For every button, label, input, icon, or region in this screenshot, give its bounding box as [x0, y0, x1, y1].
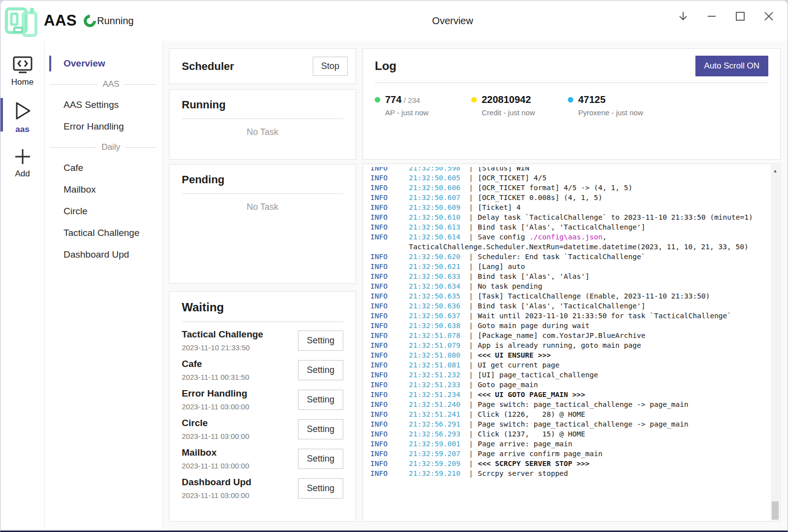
log-scrollbar[interactable]: ▲ [771, 165, 780, 521]
waiting-task-info: Tactical Challenge 2023-11-10 21:33:50 [182, 329, 263, 352]
log-level: INFO [370, 193, 409, 202]
log-timestamp: 21:32:50.614 [409, 232, 469, 242]
log-separator: | [469, 183, 478, 193]
log-line: INFO21:32:59.210|Scrcpy server stopped [370, 468, 766, 478]
hide-window-button[interactable] [673, 7, 693, 25]
log-line: INFO21:32:51.081|UI get current page [370, 360, 766, 370]
log-line: INFO21:32:59.209|<<< SCRCPY SERVER STOP … [370, 459, 766, 468]
log-timestamp: 21:32:50.609 [409, 202, 469, 212]
log-separator: | [469, 281, 478, 291]
log-separator: | [469, 321, 478, 331]
log-timestamp: 21:32:56.293 [409, 429, 469, 439]
nav-item-tactical-challenge[interactable]: Tactical Challenge [45, 222, 163, 244]
log-message: Page arrive: page_main [478, 440, 572, 448]
minimize-button[interactable] [702, 7, 722, 25]
log-separator: | [469, 291, 478, 301]
waiting-task-row: Error Handling 2023-11-11 03:00:00 Setti… [182, 388, 343, 411]
log-level: INFO [370, 252, 409, 262]
log-message: Bind task ['Alas', 'Alas'] [478, 272, 590, 280]
rail-item-label: Home [11, 77, 33, 87]
log-line: INFO21:32:56.293|Click (1237, 15) @ HOME [370, 429, 766, 439]
log-timestamp: 21:32:50.635 [409, 291, 469, 301]
scrollbar-up-arrow-icon[interactable]: ▲ [771, 168, 780, 173]
log-separator: | [469, 340, 478, 350]
log-separator: | [469, 331, 478, 340]
log-message: <<< UI ENSURE >>> [478, 351, 551, 359]
nav-item-error-handling[interactable]: Error Handling [45, 116, 163, 137]
pending-card: Pending No Task [169, 164, 356, 284]
log-line: INFO21:32:59.001|Page arrive: page_main [370, 439, 766, 449]
log-level: INFO [370, 291, 409, 301]
log-scroll-area: INFO21:32:50.598|[Status] WIN INFO21:32:… [370, 167, 766, 519]
nav-item-circle[interactable]: Circle [45, 200, 163, 222]
waiting-task-list: Tactical Challenge 2023-11-10 21:33:50 S… [182, 329, 343, 499]
log-message: [OCR_TICKET 0.008s] (4, 1, 5) [478, 194, 602, 201]
log-timestamp: 21:32:50.638 [409, 321, 469, 331]
log-timestamp: 21:32:50.613 [409, 222, 469, 232]
task-setting-button[interactable]: Setting [298, 360, 343, 380]
log-message: Page switch: page_tactical_challenge -> … [478, 400, 689, 408]
nav-item-dashboard-upd[interactable]: Dashboard Upd [45, 244, 163, 266]
waiting-task-name: Mailbox [182, 447, 249, 458]
log-timestamp: 21:32:50.606 [409, 183, 469, 193]
nav-item-cafe[interactable]: Cafe [45, 157, 163, 179]
divider [182, 321, 343, 322]
log-message: Click (1226, 28) @ HOME [478, 410, 585, 418]
log-separator: | [469, 350, 478, 360]
log-level: INFO [370, 271, 409, 281]
log-level: INFO [370, 281, 409, 291]
log-line: INFO21:32:50.598|[Status] WIN [370, 167, 766, 173]
log-timestamp: 21:32:51.079 [409, 340, 469, 350]
close-icon [763, 11, 774, 22]
resource-stats: 774 / 234 AP - just now 220810942 Credit… [375, 94, 768, 117]
resource-stat: 220810942 Credit - just now [471, 94, 568, 117]
log-line: INFO21:32:51.240|Page switch: page_tacti… [370, 399, 766, 409]
auto-scroll-toggle-button[interactable]: Auto Scroll ON [695, 56, 768, 76]
log-separator: | [469, 449, 478, 459]
waiting-task-name: Tactical Challenge [182, 329, 263, 340]
log-line: INFO21:32:50.607|[OCR_TICKET 0.008s] (4,… [370, 193, 766, 202]
log-separator: | [469, 252, 478, 262]
nav-item-aas-settings[interactable]: AAS Settings [45, 94, 163, 116]
task-setting-button[interactable]: Setting [298, 390, 343, 410]
scrollbar-thumb[interactable] [772, 501, 779, 520]
stat-label: Credit - just now [482, 108, 535, 117]
rail-item-home[interactable]: Home [0, 50, 44, 94]
close-button[interactable] [759, 7, 779, 25]
task-setting-button[interactable]: Setting [298, 478, 343, 499]
log-separator: | [469, 439, 478, 449]
log-level: INFO [370, 262, 409, 271]
log-line: INFO21:32:51.080|<<< UI ENSURE >>> [370, 350, 766, 360]
log-timestamp: 21:32:50.633 [409, 271, 469, 281]
rail-item-label: aas [15, 125, 29, 134]
log-timestamp: 21:32:59.210 [409, 468, 469, 478]
log-timestamp: 21:32:59.209 [409, 459, 469, 468]
waiting-card: Waiting Tactical Challenge 2023-11-10 21… [169, 291, 356, 522]
nav-item-label: Overview [64, 58, 105, 68]
log-line: INFO21:32:50.621|[Lang] auto [370, 262, 766, 271]
resource-stat: 774 / 234 AP - just now [375, 94, 471, 117]
task-setting-button[interactable]: Setting [298, 449, 343, 469]
task-setting-button[interactable]: Setting [298, 419, 343, 439]
plus-icon [13, 147, 32, 166]
log-separator: | [469, 173, 478, 183]
log-level: INFO [370, 350, 409, 360]
nav-item-overview[interactable]: Overview [45, 53, 163, 74]
log-message: [Package_name] com.YostarJP.BlueArchive [478, 332, 645, 339]
rail-item-aas[interactable]: aas [0, 94, 44, 141]
rail-item-add[interactable]: Add [0, 141, 44, 186]
app-window: AAS Running Overview [0, 0, 788, 532]
scheduler-stop-button[interactable]: Stop [313, 57, 348, 76]
nav-item-mailbox[interactable]: Mailbox [45, 179, 163, 200]
log-line: INFO21:32:50.636|Bind task ['Alas', 'Tac… [370, 301, 766, 311]
log-line: INFO21:32:50.635|[Task] TacticalChalleng… [370, 291, 766, 301]
waiting-title: Waiting [182, 300, 224, 314]
log-separator: | [469, 409, 478, 419]
nav-item-label: Dashboard Upd [64, 249, 129, 260]
log-timestamp: 21:32:50.610 [409, 212, 469, 222]
maximize-button[interactable] [730, 7, 750, 25]
app-status: Running [97, 15, 134, 27]
task-setting-button[interactable]: Setting [298, 331, 343, 351]
log-timestamp: 21:32:50.605 [409, 173, 469, 183]
log-separator: | [469, 419, 478, 429]
